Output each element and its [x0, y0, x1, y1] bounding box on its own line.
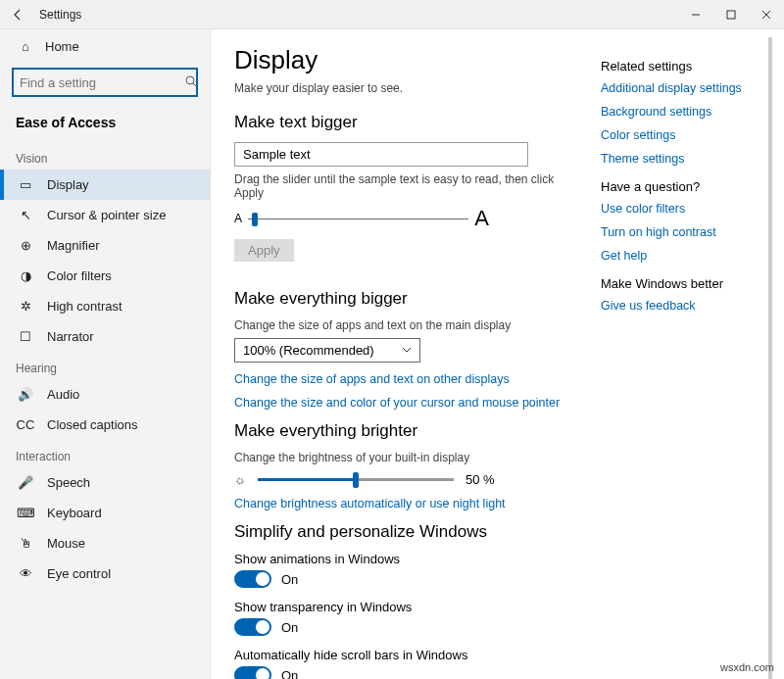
sidebar-item-high-contrast[interactable]: ✲High contrast [0, 291, 210, 321]
group-label: Hearing [0, 362, 210, 375]
scale-label: Change the size of apps and text on the … [234, 318, 577, 332]
feedback-link[interactable]: Give us feedback [601, 299, 760, 313]
brightness-thumb[interactable] [353, 472, 359, 488]
sidebar-item-color-filters[interactable]: ◑Color filters [0, 261, 210, 291]
minimize-button[interactable] [678, 0, 713, 29]
toggle-switch[interactable] [234, 618, 271, 636]
sidebar-item-narrator[interactable]: ☐Narrator [0, 321, 210, 352]
link-other-displays[interactable]: Change the size of apps and text on othe… [234, 372, 577, 386]
scrollbar[interactable] [768, 37, 772, 679]
search-icon [184, 74, 198, 91]
sidebar-item-label: Keyboard [47, 506, 102, 520]
sun-icon: ☼ [234, 472, 246, 487]
home-label: Home [45, 39, 79, 54]
question-link[interactable]: Turn on high contrast [601, 225, 760, 239]
question-link[interactable]: Get help [601, 249, 760, 263]
eye-control-icon: 👁 [16, 566, 35, 581]
keyboard-icon: ⌨ [16, 506, 35, 520]
toggle-state: On [281, 620, 298, 635]
question-link[interactable]: Use color filters [601, 202, 760, 216]
scale-dropdown[interactable]: 100% (Recommended) [234, 338, 420, 363]
color-filters-icon: ◑ [16, 268, 35, 283]
watermark: wsxdn.com [720, 661, 774, 673]
text-size-slider[interactable]: A A [234, 206, 489, 231]
sidebar-item-label: Color filters [47, 268, 112, 283]
better-heading: Make Windows better [601, 276, 760, 291]
toggle-switch[interactable] [234, 666, 271, 679]
display-icon: ▭ [16, 177, 35, 192]
brightness-label: Change the brightness of your built-in d… [234, 451, 577, 464]
window-title: Settings [39, 8, 81, 22]
slider-max-icon: A [474, 206, 489, 231]
slider-track[interactable] [248, 218, 468, 219]
chevron-down-icon [402, 343, 412, 358]
aside-panel: Related settings Additional display sett… [597, 37, 768, 679]
svg-rect-1 [727, 11, 735, 19]
sidebar-item-speech[interactable]: 🎤Speech [0, 467, 210, 498]
group-label: Interaction [0, 450, 210, 463]
home-button[interactable]: ⌂ Home [0, 29, 210, 64]
slider-min-icon: A [234, 212, 242, 225]
toggle-label: Show animations in Windows [234, 552, 577, 566]
category-title: Ease of Access [0, 109, 210, 142]
question-heading: Have a question? [601, 179, 760, 194]
toggle-switch[interactable] [234, 570, 271, 588]
sidebar-item-label: Display [47, 177, 89, 192]
page-title: Display [234, 45, 577, 75]
narrator-icon: ☐ [16, 329, 35, 344]
toggle-label: Show transparency in Windows [234, 600, 577, 614]
heading-simplify: Simplify and personalize Windows [234, 522, 577, 542]
heading-everything-bigger: Make everything bigger [234, 289, 577, 309]
svg-point-2 [186, 76, 194, 84]
sidebar-item-label: Closed captions [47, 417, 138, 432]
sidebar-item-label: Mouse [47, 536, 85, 551]
brightness-value: 50 % [466, 472, 495, 487]
sidebar-item-audio[interactable]: 🔊Audio [0, 379, 210, 410]
sidebar-item-eye-control[interactable]: 👁Eye control [0, 558, 210, 589]
slider-hint: Drag the slider until the sample text is… [234, 172, 577, 200]
search-input[interactable] [12, 68, 198, 97]
sidebar-item-label: Eye control [47, 566, 111, 581]
sidebar-item-mouse[interactable]: 🖱Mouse [0, 528, 210, 558]
link-night-light[interactable]: Change brightness automatically or use n… [234, 497, 577, 510]
home-icon: ⌂ [16, 39, 35, 54]
close-button[interactable] [749, 0, 784, 29]
maximize-button[interactable] [713, 0, 749, 29]
sidebar-item-cursor[interactable]: ↖Cursor & pointer size [0, 200, 210, 230]
sidebar-item-label: Audio [47, 387, 79, 402]
sidebar-item-magnifier[interactable]: ⊕Magnifier [0, 230, 210, 261]
related-link[interactable]: Background settings [601, 105, 760, 119]
related-link[interactable]: Theme settings [601, 152, 760, 166]
cursor-icon: ↖ [16, 208, 35, 222]
link-cursor-size[interactable]: Change the size and color of your cursor… [234, 396, 577, 410]
page-subtitle: Make your display easier to see. [234, 81, 577, 95]
mouse-icon: 🖱 [16, 536, 35, 551]
back-button[interactable] [6, 9, 29, 21]
slider-thumb[interactable] [252, 213, 258, 226]
brightness-slider[interactable] [258, 478, 454, 481]
related-link[interactable]: Additional display settings [601, 81, 760, 95]
titlebar: Settings [0, 0, 784, 29]
sidebar-item-display[interactable]: ▭Display [0, 170, 210, 200]
scale-selected: 100% (Recommended) [243, 343, 374, 358]
closed-captions-icon: CC [16, 417, 35, 432]
audio-icon: 🔊 [16, 387, 35, 402]
toggle-state: On [281, 572, 298, 587]
high-contrast-icon: ✲ [16, 299, 35, 314]
sidebar-item-label: High contrast [47, 299, 122, 314]
related-heading: Related settings [601, 59, 760, 73]
magnifier-icon: ⊕ [16, 238, 35, 253]
search-field[interactable] [20, 75, 184, 90]
sidebar-item-label: Cursor & pointer size [47, 208, 166, 222]
speech-icon: 🎤 [16, 475, 35, 490]
sidebar-item-label: Speech [47, 475, 90, 490]
group-label: Vision [0, 152, 210, 166]
sample-text-box: Sample text [234, 142, 528, 167]
main-content: Display Make your display easier to see.… [234, 37, 597, 679]
apply-button[interactable]: Apply [234, 239, 294, 262]
heading-text-bigger: Make text bigger [234, 113, 577, 132]
related-link[interactable]: Color settings [601, 128, 760, 142]
sidebar-item-closed-captions[interactable]: CCClosed captions [0, 410, 210, 440]
toggle-state: On [281, 668, 298, 680]
sidebar-item-keyboard[interactable]: ⌨Keyboard [0, 498, 210, 528]
